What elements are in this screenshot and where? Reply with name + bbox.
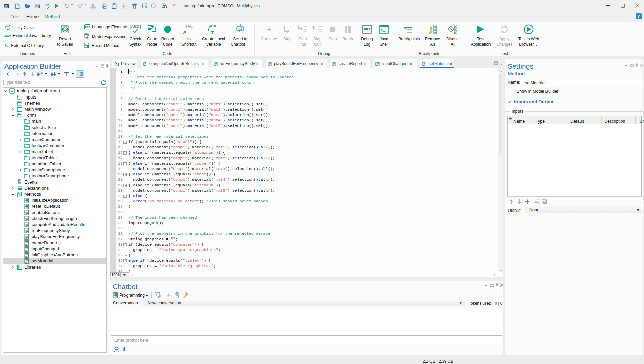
svg-text:ABC: ABC — [84, 26, 90, 29]
svg-text:a=: a= — [86, 36, 90, 39]
